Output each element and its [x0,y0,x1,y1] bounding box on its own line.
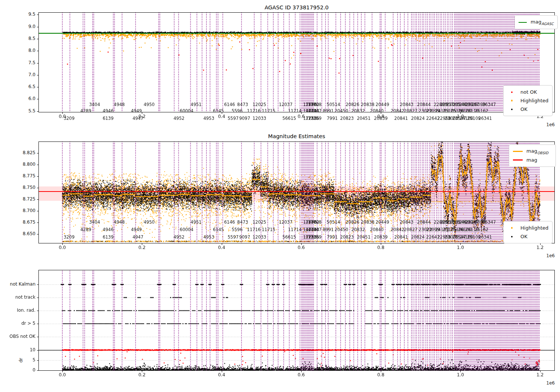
obsid-label-top-12037: 12037 [277,102,295,107]
obsid-label-top-4948: 4948 [110,102,128,107]
legend-label-not-ok: not OK [520,89,537,95]
middle-ytick-8.775: 8.775 [18,173,35,178]
obsid-label-top-3209: 3209 [60,116,78,121]
obsid-label-top-17259: 17259 [306,116,324,121]
x-offset-label-top: 1e6 [532,122,555,127]
obsid-label-mid-20832: 20832 [349,227,367,232]
obsid-label-top-12033: 12033 [251,116,268,121]
obsid-label-mid-3404: 3404 [85,220,103,225]
legend-label-mag: mag [526,157,537,163]
obsid-label-mid-3209: 3209 [60,234,78,240]
top-ytick-8.0: 8.0 [21,48,35,53]
obsid-label-top-26162: 26162 [473,108,491,113]
obsid-label-top-4947: 4947 [129,116,147,121]
top-ytick-6.5: 6.5 [21,84,35,89]
obsid-label-top-26341: 26341 [476,116,494,121]
row-label-0: not Kalman [2,281,35,287]
obsid-label-mid-20451: 20451 [355,234,373,240]
obsid-label-top-50514: 50514 [324,102,342,107]
obsid-label-top-12025: 12025 [251,102,268,107]
obsid-label-top-26347: 26347 [480,102,498,107]
middle-ytick-8.800: 8.800 [18,162,35,167]
obsid-label-mid-4953: 4953 [200,234,218,240]
obsid-label-mid-8473: 8473 [234,220,252,225]
obsid-label-top-20823: 20823 [338,116,356,121]
obsid-label-mid-17259: 17259 [306,234,324,240]
obsid-label-mid-6145: 6145 [209,227,227,232]
obsid-label-mid-4949: 4949 [127,227,145,232]
obsid-label-top-8473: 8473 [234,102,252,107]
top-ytick-7.5: 7.5 [21,60,35,65]
top-ytick-7.0: 7.0 [21,72,35,77]
obsid-label-mid-26341: 26341 [476,234,494,240]
obsid-label-top-20840: 20840 [368,108,386,113]
black-dot-icon [511,236,513,237]
obsid-label-mid-20823: 20823 [338,234,356,240]
top-plot-title: AGASC ID 373817952.0 [38,4,555,10]
obsid-label-top-20844: 20844 [415,102,433,107]
obsid-label-mid-4952: 4952 [170,234,188,240]
obsid-label-mid-4951: 4951 [187,220,205,225]
obsid-label-mid-56615: 56615 [280,234,298,240]
legend-label-ok-2: OK [520,234,528,239]
obsid-label-top-4949: 4949 [127,108,145,113]
middle-ytick-8.725: 8.725 [18,196,35,202]
xtick-1-0.2: 0.2 [134,245,149,250]
xtick-2-0.4: 0.4 [214,372,229,377]
obsid-label-top-11715: 11715 [259,108,277,113]
obsid-label-mid-26347: 26347 [480,220,498,225]
xtick-2-1.2: 1.2 [533,372,548,377]
obsid-label-mid-4946: 4946 [99,227,117,232]
obsid-label-mid-20839: 20839 [372,234,390,240]
row-label-4: OBS not OK [2,334,35,339]
obsid-label-top-20449: 20449 [373,102,391,107]
row-label-2: Ion. rad. [2,308,35,313]
obsid-label-mid-60004: 60004 [178,227,196,232]
obsid-label-top-4289: 4289 [77,108,95,113]
obsid-label-mid-20844: 20844 [415,220,433,225]
obsid-label-top-20843: 20843 [398,102,416,107]
obsid-label-mid-4289: 4289 [77,227,95,232]
obsid-label-mid-50514: 50514 [324,220,342,225]
top-ytick-9.5: 9.5 [21,12,35,17]
obsid-label-top-20841: 20841 [392,116,410,121]
obsid-label-top-3404: 3404 [85,102,103,107]
obsid-label-top-4950: 4950 [140,102,158,107]
obsid-label-top-20839: 20839 [372,116,390,121]
obsid-label-mid-12037: 12037 [277,220,295,225]
red-line-sample [513,159,523,161]
top-ytick-8.5: 8.5 [21,36,35,41]
dr-ytick-5: 5 [24,357,35,363]
row-label-3: dr > 5 [2,321,35,326]
obsid-label-top-17708: 17708 [306,102,324,107]
middle-ytick-8.750: 8.750 [18,185,35,190]
obsid-label-top-20450: 20450 [332,108,350,113]
obsid-label-mid-20841: 20841 [392,234,410,240]
xtick-1-1.2: 1.2 [533,245,548,250]
obsid-label-top-5596: 5596 [228,108,246,113]
dr-ytick-10: 10 [24,347,35,352]
middle-plot-canvas [35,141,557,248]
bottom-plot-canvas [35,270,557,376]
black-dot-icon [511,109,513,110]
top-ytick-6.0: 6.0 [21,96,35,101]
dr-axis-label: dr [18,354,24,366]
xtick-1-0.6: 0.6 [294,245,309,250]
obsid-label-top-4951: 4951 [187,102,205,107]
dr-ytick-0: 0 [24,367,35,373]
xtick-2-0.8: 0.8 [373,372,388,377]
obsid-label-top-4953: 4953 [200,116,218,121]
legend-label-ok: OK [520,106,528,112]
obsid-label-top-4946: 4946 [99,108,117,113]
obsid-label-mid-20840: 20840 [368,227,386,232]
xtick-1-1.0: 1.0 [453,245,468,250]
xtick-1-0.0: 0.0 [55,245,70,250]
legend-label-mag-agasc: magAGASC [531,19,554,26]
green-line-sample [519,22,527,23]
obsid-label-top-20451: 20451 [355,116,373,121]
middle-ytick-8.825: 8.825 [18,150,35,155]
legend-label-highlighted: Highlighted [520,98,548,103]
xtick-1-0.4: 0.4 [214,245,229,250]
legend-label-mag-obsid: magOBSID [526,148,548,155]
obsid-label-top-4952: 4952 [170,116,188,121]
